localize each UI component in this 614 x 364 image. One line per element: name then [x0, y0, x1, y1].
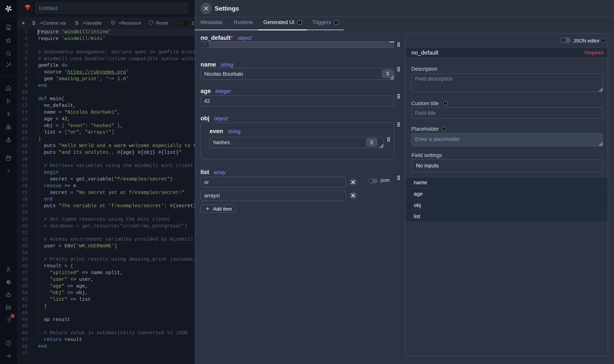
svg-text:$: $	[7, 111, 10, 116]
svg-text:?: ?	[8, 342, 9, 345]
